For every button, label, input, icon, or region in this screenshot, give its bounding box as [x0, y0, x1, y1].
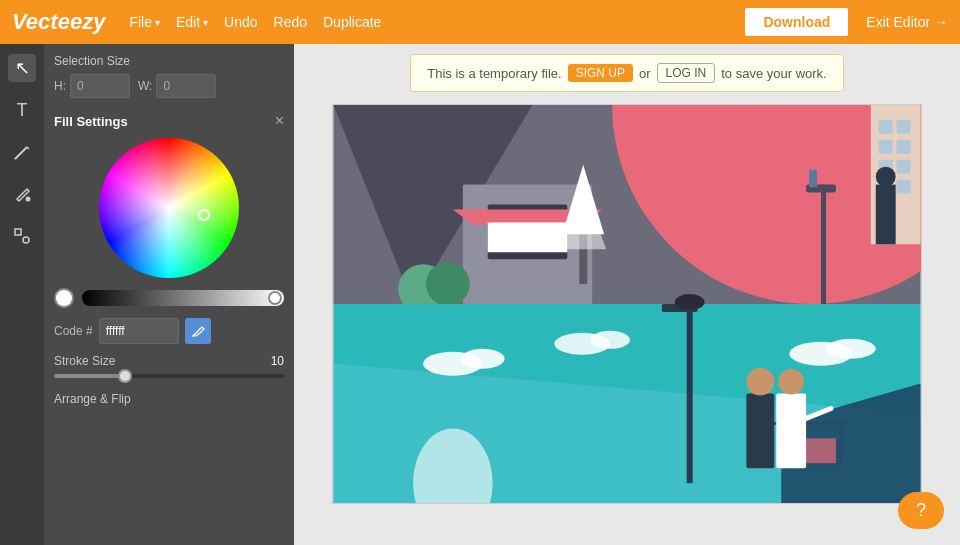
nav-duplicate[interactable]: Duplicate [323, 14, 381, 30]
login-button[interactable]: LOG IN [657, 63, 716, 83]
svg-rect-44 [776, 394, 806, 469]
svg-rect-23 [879, 140, 893, 154]
svg-rect-22 [897, 120, 911, 134]
color-preview-circle [54, 288, 74, 308]
height-field: H: [54, 74, 130, 98]
eyedropper-button[interactable] [185, 318, 211, 344]
selection-size-section: Selection Size H: W: [54, 54, 284, 98]
svg-point-5 [23, 237, 29, 243]
svg-rect-21 [879, 120, 893, 134]
svg-rect-28 [897, 180, 911, 194]
nav-redo[interactable]: Redo [274, 14, 307, 30]
temp-file-banner: This is a temporary file. SIGN UP or LOG… [410, 54, 843, 92]
nav-file[interactable]: File ▾ [129, 14, 160, 30]
top-nav: Vecteezy File ▾ Edit ▾ Undo Redo Duplica… [0, 0, 960, 44]
svg-rect-17 [821, 185, 826, 304]
signup-button[interactable]: SIGN UP [568, 64, 633, 82]
left-panel: Selection Size H: W: Fill Settings × [44, 44, 294, 545]
logo: Vecteezy [12, 9, 105, 35]
fill-settings-section: Fill Settings × Code # [54, 112, 284, 378]
svg-rect-36 [687, 304, 693, 483]
width-field: W: [138, 74, 216, 98]
stroke-size-label: Stroke Size [54, 354, 115, 368]
svg-rect-42 [746, 394, 774, 469]
save-text: to save your work. [721, 66, 827, 81]
svg-point-52 [826, 339, 876, 359]
svg-point-45 [778, 369, 804, 395]
arrange-flip-section: Arrange & Flip [54, 392, 284, 406]
svg-point-3 [26, 197, 31, 202]
color-wheel-container[interactable] [99, 138, 239, 278]
select-tool[interactable]: ↖ [8, 54, 36, 82]
color-code-label: Code # [54, 324, 93, 338]
fill-tool[interactable] [8, 180, 36, 208]
svg-point-48 [461, 349, 505, 369]
help-button[interactable]: ? [898, 492, 944, 529]
chevron-down-icon: ▾ [203, 17, 208, 28]
pen-tool[interactable] [8, 138, 36, 166]
left-toolbar: ↖ T [0, 44, 44, 545]
height-label: H: [54, 79, 66, 93]
svg-rect-26 [897, 160, 911, 174]
stroke-size-row: Stroke Size 10 [54, 354, 284, 368]
stroke-slider-fill [54, 374, 123, 378]
svg-line-1 [27, 147, 29, 149]
svg-point-50 [590, 331, 630, 349]
svg-point-32 [426, 262, 470, 306]
illustration-canvas[interactable] [332, 104, 922, 504]
nav-edit[interactable]: Edit ▾ [176, 14, 208, 30]
fill-settings-title: Fill Settings [54, 114, 128, 129]
width-label: W: [138, 79, 152, 93]
hue-slider[interactable] [82, 290, 284, 306]
selection-size-fields: H: W: [54, 74, 284, 98]
svg-rect-29 [876, 185, 896, 245]
height-input[interactable] [70, 74, 130, 98]
svg-rect-19 [809, 170, 817, 188]
temp-banner-message: This is a temporary file. [427, 66, 561, 81]
color-code-input[interactable] [99, 318, 179, 344]
fill-settings-close[interactable]: × [275, 112, 284, 130]
help-icon: ? [916, 500, 926, 521]
stroke-size-value: 10 [271, 354, 284, 368]
color-code-row: Code # [54, 318, 284, 344]
chevron-down-icon: ▾ [155, 17, 160, 28]
svg-rect-4 [15, 229, 21, 235]
stroke-slider-thumb [118, 369, 132, 383]
color-wheel-cursor [198, 209, 210, 221]
svg-point-30 [876, 167, 896, 187]
svg-point-38 [675, 294, 705, 310]
canvas-area: This is a temporary file. SIGN UP or LOG… [294, 44, 960, 545]
color-wheel[interactable] [99, 138, 239, 278]
svg-rect-24 [897, 140, 911, 154]
shape-tool[interactable] [8, 222, 36, 250]
or-text: or [639, 66, 651, 81]
text-tool[interactable]: T [8, 96, 36, 124]
selection-size-label: Selection Size [54, 54, 284, 68]
hue-slider-row [54, 288, 284, 308]
download-button[interactable]: Download [743, 6, 850, 38]
nav-undo[interactable]: Undo [224, 14, 257, 30]
arrange-flip-label: Arrange & Flip [54, 392, 284, 406]
fill-settings-header: Fill Settings × [54, 112, 284, 130]
hue-slider-thumb [268, 291, 282, 305]
svg-point-43 [746, 368, 774, 396]
exit-editor-button[interactable]: Exit Editor → [866, 14, 948, 30]
stroke-slider[interactable] [54, 374, 284, 378]
width-input[interactable] [156, 74, 216, 98]
svg-rect-13 [488, 222, 568, 252]
main-layout: ↖ T Selection Size [0, 44, 960, 545]
